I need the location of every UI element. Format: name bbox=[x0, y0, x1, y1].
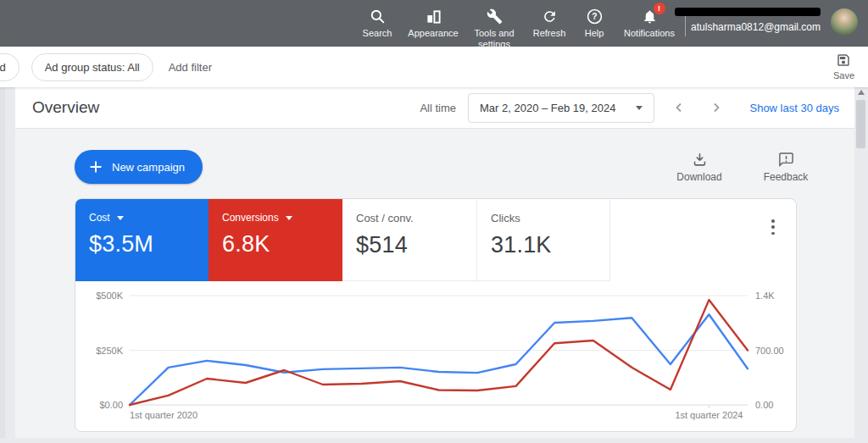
tiles-spacer bbox=[610, 199, 796, 281]
card-actions: Download Feedback bbox=[672, 152, 813, 183]
scrollbar-thumb[interactable] bbox=[856, 100, 865, 148]
save-icon bbox=[836, 53, 851, 68]
metric-conversions-label: Conversions bbox=[222, 212, 279, 224]
filter-bar: us: Enabled Ad group status: All Add fil… bbox=[0, 47, 868, 87]
nav-appearance-label: Appearance bbox=[408, 28, 458, 39]
svg-text:0.00: 0.00 bbox=[755, 400, 773, 410]
metric-clicks-label: Clicks bbox=[491, 212, 520, 224]
nav-help-label: Help bbox=[585, 28, 604, 39]
download-icon bbox=[692, 152, 708, 168]
notification-badge: ! bbox=[654, 3, 665, 14]
date-range-value: Mar 2, 2020 – Feb 19, 2024 bbox=[480, 102, 615, 114]
feedback-label: Feedback bbox=[764, 171, 809, 183]
caret-down-icon bbox=[636, 106, 643, 110]
show-last-30-days-link[interactable]: Show last 30 days bbox=[749, 102, 839, 114]
chart-area: $0.00$250K$500K0.00700.001.4K1st quarter… bbox=[75, 282, 796, 429]
redacted-account-name bbox=[675, 8, 821, 16]
content-area: Overview All time Mar 2, 2020 – Feb 19, … bbox=[0, 87, 868, 438]
svg-text:$0.00: $0.00 bbox=[99, 400, 123, 410]
help-icon: ? bbox=[587, 7, 603, 25]
nav-refresh-label: Refresh bbox=[533, 28, 566, 39]
overview-line-chart: $0.00$250K$500K0.00700.001.4K1st quarter… bbox=[75, 282, 796, 429]
metric-tile-cost-per-conv[interactable]: Cost / conv. $514 bbox=[342, 199, 477, 281]
account-email: atulsharma0812@gmail.com bbox=[675, 21, 821, 33]
bell-icon: ! bbox=[642, 7, 658, 25]
overview-header: Overview All time Mar 2, 2020 – Feb 19, … bbox=[15, 87, 854, 129]
add-filter-button[interactable]: Add filter bbox=[169, 61, 212, 74]
date-range-picker[interactable]: Mar 2, 2020 – Feb 19, 2024 bbox=[468, 93, 654, 123]
performance-card: Cost $3.5M Conversions 6.8K bbox=[75, 198, 797, 432]
account-info[interactable]: atulsharma0812@gmail.com bbox=[675, 8, 821, 33]
svg-text:?: ? bbox=[592, 12, 597, 21]
scrollbar-up-arrow-icon[interactable] bbox=[858, 90, 865, 95]
save-button[interactable]: Save bbox=[833, 53, 854, 80]
metric-tile-conversions[interactable]: Conversions 6.8K bbox=[209, 199, 342, 281]
top-app-bar: Search Appearance Tools and settings Ref… bbox=[0, 0, 868, 47]
caret-down-icon bbox=[117, 216, 124, 220]
refresh-icon bbox=[542, 7, 558, 25]
svg-text:700.00: 700.00 bbox=[755, 346, 784, 356]
all-time-label: All time bbox=[420, 102, 456, 114]
plus-icon bbox=[89, 160, 103, 174]
metric-conversions-value: 6.8K bbox=[222, 231, 329, 257]
nav-help[interactable]: ? Help bbox=[575, 0, 614, 39]
svg-text:1st quarter 2024: 1st quarter 2024 bbox=[675, 410, 743, 420]
metric-cost-value: $3.5M bbox=[89, 231, 195, 257]
metric-tile-clicks[interactable]: Clicks 31.1K bbox=[477, 199, 610, 281]
wrench-icon bbox=[487, 7, 503, 25]
previous-period-button[interactable] bbox=[670, 98, 688, 117]
card-more-options-button[interactable] bbox=[765, 218, 781, 236]
page-title: Overview bbox=[32, 98, 99, 117]
nav-appearance[interactable]: Appearance bbox=[402, 0, 465, 39]
download-label: Download bbox=[676, 171, 721, 183]
nav-search[interactable]: Search bbox=[353, 0, 402, 39]
metric-tiles: Cost $3.5M Conversions 6.8K bbox=[75, 199, 796, 281]
nav-refresh[interactable]: Refresh bbox=[524, 0, 575, 39]
metric-cost-per-conv-value: $514 bbox=[356, 232, 463, 258]
search-icon bbox=[370, 7, 386, 25]
overview-panel: Overview All time Mar 2, 2020 – Feb 19, … bbox=[15, 87, 854, 438]
filter-chip-campaign-status[interactable]: us: Enabled bbox=[0, 53, 19, 81]
metric-cost-per-conv-label: Cost / conv. bbox=[356, 212, 414, 224]
left-edge-strip bbox=[0, 87, 5, 438]
svg-text:$250K: $250K bbox=[96, 346, 123, 356]
feedback-button[interactable]: Feedback bbox=[759, 152, 813, 183]
save-button-label: Save bbox=[833, 70, 854, 80]
metric-cost-label: Cost bbox=[89, 212, 110, 224]
svg-text:1.4K: 1.4K bbox=[755, 291, 775, 301]
caret-down-icon bbox=[286, 216, 292, 220]
svg-text:1st quarter 2020: 1st quarter 2020 bbox=[130, 410, 198, 420]
svg-text:$500K: $500K bbox=[96, 291, 123, 301]
new-campaign-label: New campaign bbox=[112, 161, 185, 174]
nav-tools-settings[interactable]: Tools and settings bbox=[465, 0, 524, 50]
overview-body: New campaign Download Feedback bbox=[15, 129, 854, 438]
appearance-icon bbox=[426, 7, 442, 25]
metric-tile-cost[interactable]: Cost $3.5M bbox=[75, 199, 209, 281]
nav-notifications-label: Notifications bbox=[624, 28, 675, 39]
nav-search-label: Search bbox=[363, 28, 392, 39]
new-campaign-button[interactable]: New campaign bbox=[75, 150, 203, 184]
next-period-button[interactable] bbox=[707, 98, 726, 117]
avatar[interactable] bbox=[831, 8, 858, 36]
download-button[interactable]: Download bbox=[672, 152, 726, 183]
top-navigation: Search Appearance Tools and settings Ref… bbox=[353, 0, 685, 47]
filter-chip-ad-group-status[interactable]: Ad group status: All bbox=[31, 53, 153, 81]
feedback-icon bbox=[778, 152, 794, 168]
metric-clicks-value: 31.1K bbox=[491, 232, 596, 258]
